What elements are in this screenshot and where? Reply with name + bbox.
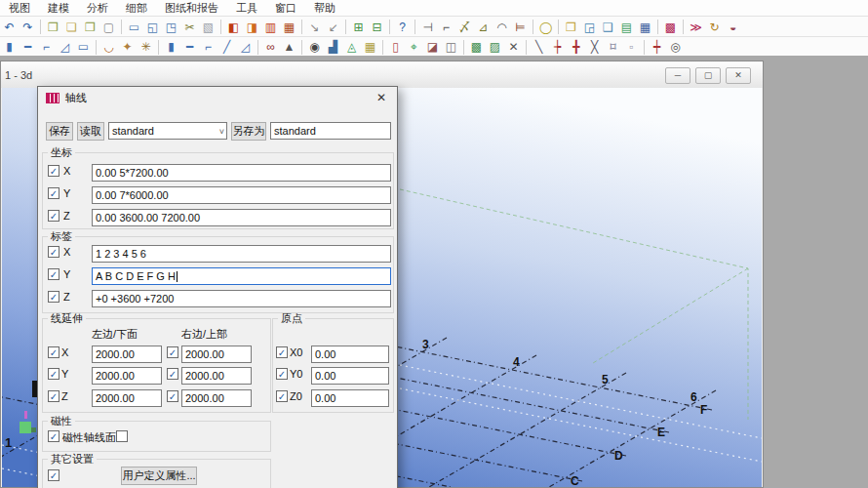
view-3d-icon[interactable]: ▦ xyxy=(280,20,298,35)
window-icon[interactable]: ▭ xyxy=(125,20,143,35)
menu-item[interactable]: 图纸和报告 xyxy=(156,1,227,16)
plate-icon[interactable]: ▭ xyxy=(74,39,93,55)
menu-item[interactable]: 工具 xyxy=(227,1,266,16)
refresh-icon[interactable]: ↻ xyxy=(705,20,724,35)
save-as-button[interactable]: 另存为 xyxy=(231,122,266,141)
axis-dialog-icon[interactable]: ▩ xyxy=(661,20,680,35)
marquee-icon[interactable]: ▧ xyxy=(199,20,217,35)
magnetic-extra-checkbox[interactable] xyxy=(116,430,128,442)
origin-x0-input[interactable]: 0.00 xyxy=(311,346,389,363)
window-split-icon[interactable]: ◱ xyxy=(143,20,162,35)
open-model-icon[interactable]: ❏ xyxy=(62,20,81,35)
labels-x-input[interactable]: 1 2 3 4 5 6 xyxy=(92,245,391,263)
labels-z-checkbox[interactable]: ✓ xyxy=(48,291,59,303)
coords-y-input[interactable]: 0.00 7*6000.00 xyxy=(92,186,391,204)
labels-y-checkbox[interactable]: ✓ xyxy=(48,268,59,280)
axis-dialog-titlebar[interactable]: 轴线 xyxy=(38,87,397,108)
pointer-icon[interactable]: ↘ xyxy=(305,20,324,35)
load-button[interactable]: 读取 xyxy=(77,122,104,141)
window-new-icon[interactable]: ◳ xyxy=(162,20,180,35)
undo-icon[interactable]: ↶ xyxy=(0,20,19,35)
ext-y-right-checkbox[interactable]: ✓ xyxy=(167,368,178,380)
create-column-icon[interactable]: ▮ xyxy=(162,39,180,55)
curved-beam-icon[interactable]: ◡ xyxy=(99,39,118,55)
brace-icon[interactable]: ◿ xyxy=(56,39,74,55)
labels-y-input[interactable]: A B C D E F G H xyxy=(92,267,391,285)
ext-x-right-checkbox[interactable]: ✓ xyxy=(167,346,178,358)
dim-icon[interactable]: ⊣ xyxy=(418,20,437,35)
split-icon[interactable]: ╲ xyxy=(530,39,548,55)
print-icon[interactable]: ▢ xyxy=(99,20,118,35)
ext-z-right-input[interactable]: 2000.00 xyxy=(181,389,252,407)
coords-z-input[interactable]: 0.00 3600.00 7200.00 xyxy=(92,209,391,226)
save-model-icon[interactable]: ❐ xyxy=(81,20,99,35)
view-elevation-icon[interactable]: ▥ xyxy=(261,20,280,35)
window-close-button[interactable]: ✕ xyxy=(726,67,751,84)
create-diagonal-icon[interactable]: ╱ xyxy=(217,39,236,55)
arc-icon[interactable]: ◠ xyxy=(493,20,511,35)
probe-icon[interactable]: ◯ xyxy=(536,20,555,35)
ext-x-right-input[interactable]: 2000.00 xyxy=(181,346,252,363)
panel-icon[interactable]: ◫ xyxy=(442,39,460,55)
divide-icon[interactable]: ┿ xyxy=(648,39,666,55)
redo-icon[interactable]: ↷ xyxy=(19,20,37,35)
coords-x-input[interactable]: 0.00 5*7200.00 xyxy=(92,164,391,182)
frame-icon[interactable]: ⌐ xyxy=(37,39,56,55)
pointer-alt-icon[interactable]: ↙ xyxy=(324,20,342,35)
support-icon[interactable]: ▲ xyxy=(280,39,298,55)
find-icon[interactable]: ◉ xyxy=(305,39,324,55)
create-beam-icon[interactable]: ━ xyxy=(180,39,199,55)
coords-y-checkbox[interactable]: ✓ xyxy=(48,187,59,199)
save-button[interactable]: 保存 xyxy=(46,122,73,141)
create-frame-icon[interactable]: ⌐ xyxy=(199,39,217,55)
paste-icon[interactable]: ◲ xyxy=(580,20,599,35)
view-plan-icon[interactable]: ◨ xyxy=(243,20,261,35)
menu-item[interactable]: 帮助 xyxy=(305,1,344,16)
coords-z-checkbox[interactable]: ✓ xyxy=(48,210,59,222)
chevron-down-icon[interactable]: ˅ xyxy=(219,124,224,140)
user-defined-attrs-button[interactable]: 用户定义属性... xyxy=(121,467,197,485)
tower-icon[interactable]: ▟ xyxy=(324,39,342,55)
cut-icon[interactable]: ✂ xyxy=(180,20,199,35)
menu-item[interactable]: 分析 xyxy=(78,1,117,16)
node-icon[interactable]: ◬ xyxy=(342,39,361,55)
link-icon[interactable]: ∞ xyxy=(261,39,280,55)
snap-icon[interactable]: ⌖ xyxy=(405,39,423,55)
dialog-close-icon[interactable]: ✕ xyxy=(374,91,389,105)
ext-y-right-input[interactable]: 2000.00 xyxy=(181,367,252,385)
view-model-icon[interactable]: ◧ xyxy=(224,20,243,35)
ext-y-checkbox[interactable]: ✓ xyxy=(48,368,59,380)
labels-z-input[interactable]: +0 +3600 +7200 xyxy=(92,290,391,307)
remove-view-icon[interactable]: ⊟ xyxy=(368,20,386,35)
solid-icon[interactable]: ◪ xyxy=(423,39,442,55)
rotate-icon[interactable]: ◎ xyxy=(666,39,685,55)
intersect-icon[interactable]: ┾ xyxy=(548,39,567,55)
ext-x-left-input[interactable]: 2000.00 xyxy=(92,346,162,363)
menu-item[interactable]: 建模 xyxy=(39,1,78,16)
grid-icon[interactable]: ▦ xyxy=(361,39,379,55)
delete-icon[interactable]: ✕ xyxy=(504,39,523,55)
save-as-input[interactable]: standard xyxy=(270,122,391,140)
mesh-icon[interactable]: ✳ xyxy=(137,39,155,55)
ext-z-right-checkbox[interactable]: ✓ xyxy=(167,390,178,402)
origin-x0-checkbox[interactable]: ✓ xyxy=(276,346,288,358)
ext-y-left-input[interactable]: 2000.00 xyxy=(92,367,162,385)
list-icon[interactable]: ▤ xyxy=(617,20,636,35)
extend-icon[interactable]: ▫ xyxy=(622,39,641,55)
cross-icon[interactable]: ╋ xyxy=(567,39,585,55)
duplicate-icon[interactable]: ❑ xyxy=(599,20,617,35)
model-window-titlebar[interactable]: 1 - 3d ─ ▢ ✕ xyxy=(1,61,763,88)
triangle-icon[interactable]: ⊿ xyxy=(474,20,493,35)
joint-icon[interactable]: ✦ xyxy=(118,39,137,55)
new-model-icon[interactable]: ❐ xyxy=(44,20,62,35)
menu-item[interactable]: 细部 xyxy=(117,1,156,16)
origin-z0-input[interactable]: 0.00 xyxy=(311,389,389,407)
measure-icon[interactable]: ⌐ xyxy=(437,20,455,35)
window-minimize-button[interactable]: ─ xyxy=(665,67,690,84)
run-icon[interactable]: ≫ xyxy=(687,20,705,35)
create-brace-icon[interactable]: ◿ xyxy=(236,39,255,55)
profile-select[interactable]: standard ˅ xyxy=(108,122,227,140)
labels-x-checkbox[interactable]: ✓ xyxy=(48,246,59,258)
copy-icon[interactable]: ❐ xyxy=(562,20,580,35)
group-icon[interactable]: ▩ xyxy=(467,39,486,55)
